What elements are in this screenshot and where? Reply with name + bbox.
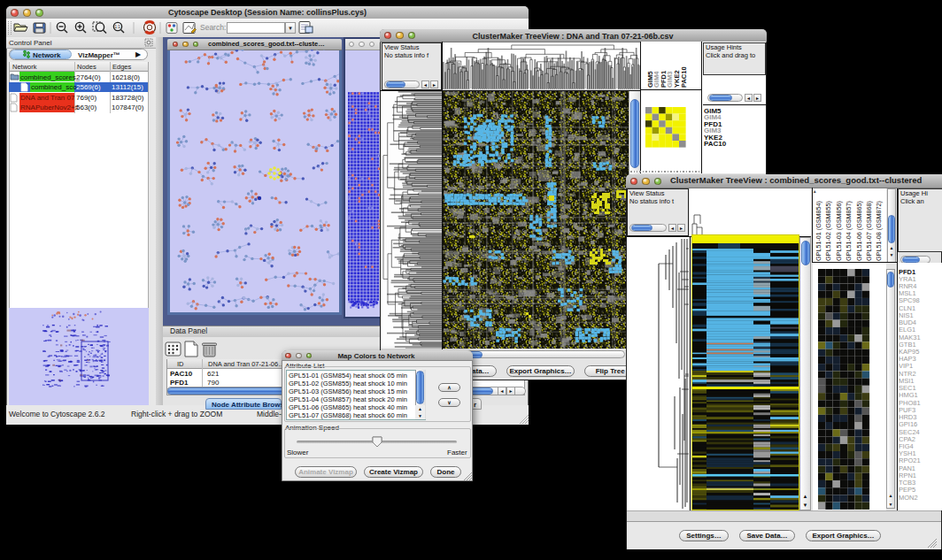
svg-text:1:1: 1:1 — [115, 25, 121, 29]
svg-text:GPL51-06 (GSM865): GPL51-06 (GSM865) — [855, 201, 863, 261]
svg-text:GPL51-01 (GSM854): GPL51-01 (GSM854) — [815, 201, 822, 261]
svg-text:GPL51-03 (GSM856): GPL51-03 (GSM856) — [835, 201, 843, 261]
svg-text:GPL51-07 (GSM868): GPL51-07 (GSM868) — [865, 201, 873, 261]
svg-text:GPL51-04 (GSM857): GPL51-04 (GSM857) — [845, 201, 853, 261]
svg-text:GPL51-08 (GSM872): GPL51-08 (GSM872) — [875, 201, 883, 261]
svg-text:GPL51-02 (GSM855): GPL51-02 (GSM855) — [824, 201, 832, 261]
svg-text:PAC10: PAC10 — [680, 66, 688, 88]
